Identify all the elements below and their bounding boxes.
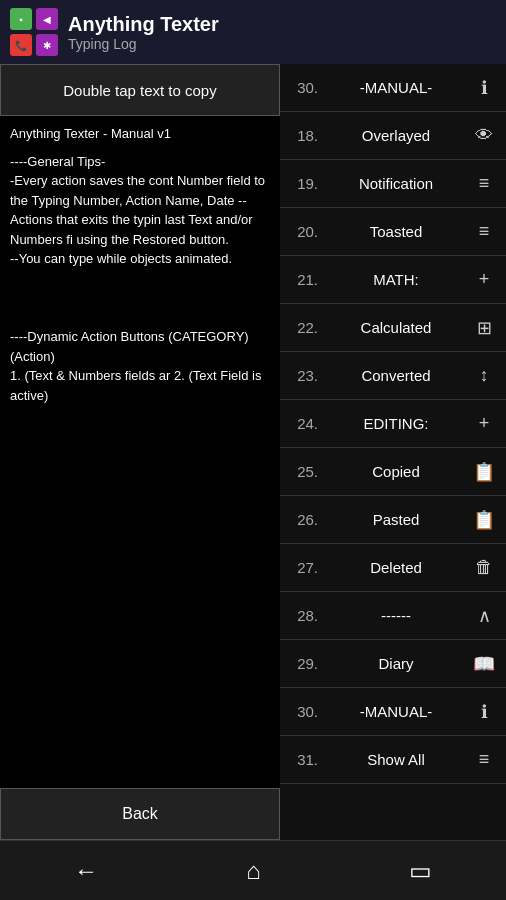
menu-item[interactable]: 26.Pasted📋 [280,496,506,544]
menu-item-label: Overlayed [324,127,468,144]
header-icon-3: 📞 [10,34,32,56]
header-icon-grid: ▪ ◀ 📞 ✱ [10,8,58,56]
menu-item[interactable]: 28.------∧ [280,592,506,640]
menu-item-label: ------ [324,607,468,624]
menu-item-icon: ≡ [468,173,500,194]
menu-item-icon: ∧ [468,605,500,627]
menu-item-icon: 👁 [468,125,500,146]
menu-item-icon: 🗑 [468,557,500,578]
menu-item-label: -MANUAL- [324,703,468,720]
menu-item[interactable]: 24.EDITING:+ [280,400,506,448]
menu-item-icon: ℹ [468,701,500,723]
menu-item-number: 19. [286,175,318,192]
left-text-area: Anything Texter - Manual v1 ----General … [0,116,280,788]
body-text: ----General Tips- -Every action saves th… [10,152,270,406]
main-content: Double tap text to copy Anything Texter … [0,64,506,840]
menu-item[interactable]: 27.Deleted🗑 [280,544,506,592]
menu-item-label: Show All [324,751,468,768]
menu-item-label: Notification [324,175,468,192]
menu-item-number: 24. [286,415,318,432]
nav-back-button[interactable]: ← [64,847,108,895]
menu-item-number: 30. [286,79,318,96]
menu-item-label: Toasted [324,223,468,240]
nav-home-button[interactable]: ⌂ [236,847,271,895]
back-button[interactable]: Back [0,788,280,840]
app-header: ▪ ◀ 📞 ✱ Anything Texter Typing Log [0,0,506,64]
menu-item-number: 22. [286,319,318,336]
menu-item-number: 29. [286,655,318,672]
menu-item-number: 20. [286,223,318,240]
menu-item-number: 18. [286,127,318,144]
menu-item-label: Deleted [324,559,468,576]
menu-item-icon: ↕ [468,365,500,386]
menu-item[interactable]: 20.Toasted≡ [280,208,506,256]
menu-item-label: Converted [324,367,468,384]
version-line: Anything Texter - Manual v1 [10,124,270,144]
menu-item[interactable]: 29.Diary📖 [280,640,506,688]
menu-item-icon: 📋 [468,461,500,483]
header-icon-4: ✱ [36,34,58,56]
header-icon-1: ▪ [10,8,32,30]
menu-item-icon: ⊞ [468,317,500,339]
menu-item-label: Pasted [324,511,468,528]
app-title: Anything Texter [68,13,219,36]
menu-item-icon: + [468,413,500,434]
menu-item[interactable]: 22.Calculated⊞ [280,304,506,352]
menu-item[interactable]: 25.Copied📋 [280,448,506,496]
header-icon-2: ◀ [36,8,58,30]
menu-item[interactable]: 21.MATH:+ [280,256,506,304]
menu-item-icon: ℹ [468,77,500,99]
header-text-block: Anything Texter Typing Log [68,13,219,52]
menu-item-icon: ≡ [468,749,500,770]
menu-item-label: -MANUAL- [324,79,468,96]
menu-item-label: Diary [324,655,468,672]
nav-bar: ← ⌂ ▭ [0,840,506,900]
menu-item-number: 28. [286,607,318,624]
menu-item[interactable]: 30.-MANUAL-ℹ [280,64,506,112]
menu-item-label: EDITING: [324,415,468,432]
menu-item[interactable]: 30.-MANUAL-ℹ [280,688,506,736]
menu-item-label: Calculated [324,319,468,336]
menu-item-number: 21. [286,271,318,288]
menu-item-number: 23. [286,367,318,384]
menu-item[interactable]: 31.Show All≡ [280,736,506,784]
app-subtitle: Typing Log [68,36,219,52]
menu-item[interactable]: 19.Notification≡ [280,160,506,208]
menu-item-number: 30. [286,703,318,720]
menu-item[interactable]: 18.Overlayed👁 [280,112,506,160]
menu-item-icon: + [468,269,500,290]
copy-button[interactable]: Double tap text to copy [0,64,280,116]
left-panel: Double tap text to copy Anything Texter … [0,64,280,840]
menu-item-label: Copied [324,463,468,480]
menu-item-number: 27. [286,559,318,576]
nav-recent-button[interactable]: ▭ [399,847,442,895]
menu-item-number: 26. [286,511,318,528]
menu-item-icon: ≡ [468,221,500,242]
menu-item[interactable]: 23.Converted↕ [280,352,506,400]
menu-item-number: 31. [286,751,318,768]
menu-item-icon: 📖 [468,653,500,675]
right-panel: 30.-MANUAL-ℹ18.Overlayed👁19.Notification… [280,64,506,840]
menu-item-number: 25. [286,463,318,480]
menu-item-icon: 📋 [468,509,500,531]
menu-item-label: MATH: [324,271,468,288]
